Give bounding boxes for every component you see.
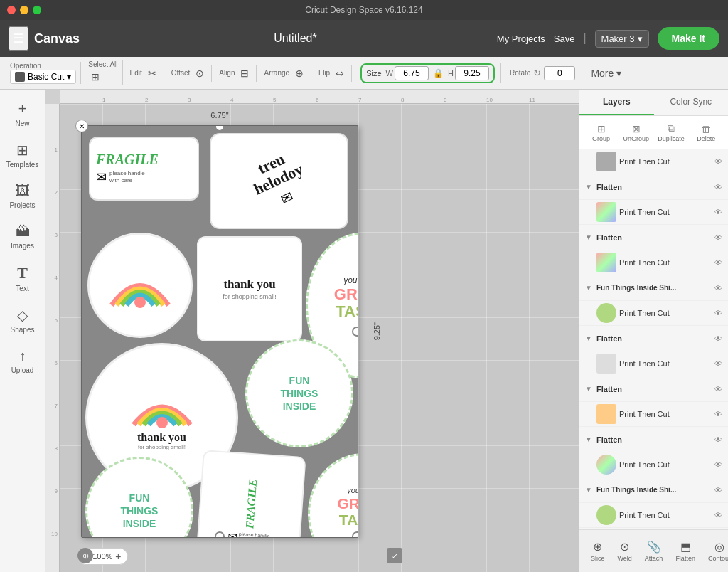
sidebar-item-images[interactable]: 🏔 Images bbox=[3, 218, 43, 255]
layer-sub-eye-5[interactable]: 👁 bbox=[714, 460, 722, 469]
layer-group-flatten4[interactable]: ▼ Flatten 👁 bbox=[579, 376, 728, 402]
sticker-fun-things1[interactable]: FUNTHINGSINSIDE bbox=[245, 339, 353, 447]
zoom-in-button[interactable]: + bbox=[115, 551, 121, 562]
layer-sub-eye-4[interactable]: 👁 bbox=[714, 410, 722, 418]
layer-eye-3[interactable]: 👁 bbox=[714, 334, 722, 343]
layer-sub-flatten3[interactable]: Print Then Cut 👁 bbox=[579, 351, 728, 376]
resize-handle-mr[interactable] bbox=[352, 327, 358, 337]
height-input[interactable] bbox=[455, 66, 489, 80]
select-all-control: Select All ⊞ bbox=[88, 60, 117, 85]
sidebar-item-templates[interactable]: ⊞ Templates bbox=[3, 136, 43, 174]
flatten-button[interactable]: ⬒ Flatten bbox=[670, 537, 701, 565]
layer-eye-5[interactable]: 👁 bbox=[714, 435, 722, 444]
contour-button[interactable]: ◎ Contour bbox=[702, 537, 728, 565]
rotate-icon[interactable]: ↻ bbox=[533, 68, 541, 78]
align-button[interactable]: ⊟ bbox=[237, 65, 252, 82]
arrange-button[interactable]: ⊕ bbox=[292, 65, 306, 82]
layer-eye-0[interactable]: 👁 bbox=[714, 157, 722, 166]
canvas-sheet[interactable]: FRAGILE ✉ please handlewith care treuhel… bbox=[81, 125, 358, 538]
tab-color-sync[interactable]: Color Sync bbox=[654, 90, 729, 115]
expand-icon-1[interactable]: ▼ bbox=[585, 183, 594, 191]
layer-group-fun2[interactable]: ▼ Fun Things Inside Shi... 👁 bbox=[579, 477, 728, 503]
layer-item-print-then-cut-top[interactable]: Print Then Cut 👁 bbox=[579, 149, 728, 174]
close-button[interactable] bbox=[7, 6, 16, 14]
layer-sub-eye-fun2[interactable]: 👁 bbox=[714, 511, 722, 519]
expand-icon-fun1[interactable]: ▼ bbox=[585, 284, 594, 292]
sticker-fragile-top[interactable]: FRAGILE ✉ please handlewith care bbox=[89, 137, 199, 201]
group-button[interactable]: ⊞ Group bbox=[585, 121, 617, 144]
layer-group-fun1[interactable]: ▼ Fun Things Inside Shi... 👁 bbox=[579, 275, 728, 301]
tab-layers[interactable]: Layers bbox=[579, 90, 654, 115]
canvas-close-button[interactable]: ✕ bbox=[75, 120, 88, 132]
sticker-great-taste2[interactable]: you have GREAT TASTE ☀ bbox=[308, 453, 358, 538]
select-all-button[interactable]: ⊞ bbox=[88, 68, 102, 85]
operation-label: Operation bbox=[10, 62, 41, 70]
layer-group-flatten3[interactable]: ▼ Flatten 👁 bbox=[579, 326, 728, 351]
delete-button[interactable]: 🗑 Delete bbox=[690, 121, 722, 144]
layer-sub-fun1[interactable]: Print Then Cut 👁 bbox=[579, 301, 728, 326]
weld-button[interactable]: ⊙ Weld bbox=[612, 537, 638, 565]
make-it-button[interactable]: Make It bbox=[658, 27, 719, 50]
expand-icon-4[interactable]: ▼ bbox=[585, 385, 594, 393]
envelope-icon: ✉ bbox=[96, 169, 107, 185]
expand-icon-2[interactable]: ▼ bbox=[585, 233, 594, 241]
slice-button[interactable]: ⊕ Slice bbox=[585, 537, 611, 565]
sticker-fragile-bottom[interactable]: FRAGILE ✉ please handlewith care bbox=[195, 450, 306, 538]
document-title[interactable]: Untitled* bbox=[100, 32, 491, 45]
layers-panel-content[interactable]: Print Then Cut 👁 ▼ Flatten 👁 Print Then … bbox=[579, 149, 728, 529]
canvas-content[interactable]: ✕ 6.75" FRAGILE ✉ please handlewith care bbox=[60, 104, 579, 572]
layer-group-flatten1[interactable]: ▼ Flatten 👁 bbox=[579, 174, 728, 200]
operation-dropdown[interactable]: Basic Cut ▾ bbox=[10, 70, 76, 84]
layer-sub-flatten2[interactable]: Print Then Cut 👁 bbox=[579, 250, 728, 275]
more-button[interactable]: More ▾ bbox=[588, 65, 624, 82]
fit-screen-icon[interactable]: ⤢ bbox=[387, 548, 402, 563]
layer-eye-2[interactable]: 👁 bbox=[714, 233, 722, 242]
ungroup-button[interactable]: ⊠ UnGroup bbox=[620, 121, 652, 144]
expand-icon-fun2[interactable]: ▼ bbox=[585, 486, 594, 494]
navigate-icon[interactable]: ⊕ bbox=[77, 548, 93, 563]
sticker-rainbow1[interactable] bbox=[87, 233, 193, 338]
layer-group-flatten5[interactable]: ▼ Flatten 👁 bbox=[579, 427, 728, 452]
expand-icon-5[interactable]: ▼ bbox=[585, 435, 594, 443]
layer-sub-eye-1[interactable]: 👁 bbox=[714, 208, 722, 216]
my-projects-button[interactable]: My Projects bbox=[497, 33, 545, 44]
layer-sub-flatten4[interactable]: Print Then Cut 👁 bbox=[579, 402, 728, 427]
duplicate-button[interactable]: ⧉ Duplicate bbox=[655, 120, 687, 144]
minimize-button[interactable] bbox=[20, 6, 28, 14]
layer-eye-4[interactable]: 👁 bbox=[714, 385, 722, 393]
attach-button[interactable]: 📎 Attach bbox=[639, 537, 669, 565]
layer-group-flatten2[interactable]: ▼ Flatten 👁 bbox=[579, 225, 728, 250]
hamburger-button[interactable]: ☰ bbox=[9, 26, 28, 51]
layer-eye-fun1[interactable]: 👁 bbox=[714, 284, 722, 292]
edit-button[interactable]: ✂ bbox=[145, 65, 159, 82]
layer-sub-flatten5[interactable]: Print Then Cut 👁 bbox=[579, 452, 728, 477]
offset-button[interactable]: ⊙ bbox=[193, 65, 207, 82]
layer-eye-fun2[interactable]: 👁 bbox=[714, 486, 722, 494]
sidebar-item-upload[interactable]: ↑ Upload bbox=[3, 342, 43, 380]
layer-sub-fun2[interactable]: Print Then Cut 👁 bbox=[579, 503, 728, 528]
layer-thumb-fun2 bbox=[596, 505, 616, 525]
sidebar-item-shapes[interactable]: ◇ Shapes bbox=[3, 301, 43, 339]
layer-sub-eye-fun1[interactable]: 👁 bbox=[714, 309, 722, 317]
sticker-thankyou1[interactable]: thank you for shopping small! bbox=[197, 236, 302, 341]
layer-sub-eye-2[interactable]: 👁 bbox=[714, 258, 722, 267]
maximize-button[interactable] bbox=[33, 6, 41, 14]
layer-sub-flatten1[interactable]: Print Then Cut 👁 bbox=[579, 200, 728, 225]
expand-icon-3[interactable]: ▼ bbox=[585, 334, 594, 342]
ungroup-icon: ⊠ bbox=[632, 123, 641, 134]
contour-label: Contour bbox=[708, 555, 728, 562]
machine-selector[interactable]: Maker 3 ▾ bbox=[595, 30, 649, 48]
sidebar-item-text[interactable]: T Text bbox=[3, 258, 43, 298]
resize-handle-bm[interactable] bbox=[215, 531, 225, 538]
rotate-input[interactable] bbox=[544, 66, 575, 80]
save-button[interactable]: Save bbox=[554, 33, 575, 44]
layer-sub-eye-3[interactable]: 👁 bbox=[714, 359, 722, 368]
sticker-mail[interactable]: treuhelodoy ✉ bbox=[210, 133, 348, 229]
resize-handle-br[interactable] bbox=[352, 531, 358, 538]
layer-eye-1[interactable]: 👁 bbox=[714, 183, 722, 191]
canvas-area[interactable]: 1 2 3 4 5 6 7 8 9 10 11 1 2 3 4 5 6 7 8 … bbox=[46, 90, 579, 572]
sidebar-item-new[interactable]: + New bbox=[3, 95, 43, 133]
width-input[interactable] bbox=[395, 66, 429, 80]
sidebar-item-projects[interactable]: 🖼 Projects bbox=[3, 177, 43, 215]
flip-button[interactable]: ⇔ bbox=[333, 65, 347, 82]
